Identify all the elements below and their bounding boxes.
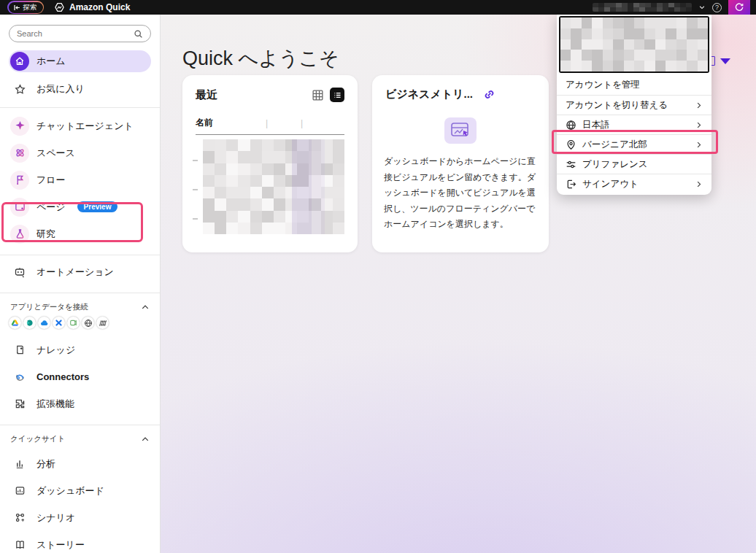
- sidebar-item-space[interactable]: スペース: [9, 139, 151, 166]
- metrics-card-description: ダッシュボードからホームページに直接ビジュアルをピン留めできます。ダッシュボード…: [384, 154, 537, 233]
- sidebar-item-extensions[interactable]: 拡張機能: [9, 390, 151, 417]
- sidebar-item-research[interactable]: 研究: [9, 220, 151, 247]
- scenario-icon: [10, 512, 29, 523]
- section-connect-apps[interactable]: アプリとデータを接続: [10, 302, 150, 312]
- preview-badge: Preview: [77, 201, 118, 212]
- menu-item-preferences[interactable]: プリファレンス: [557, 154, 711, 174]
- sidebar-item-label: スペース: [36, 147, 75, 160]
- column-separator: |: [301, 118, 303, 128]
- blue-x-icon[interactable]: [53, 317, 65, 329]
- sidebar-item-label: オートメーション: [36, 266, 114, 279]
- page-title: Quick へようこそ: [182, 45, 339, 71]
- sidebar-item-story[interactable]: ストーリー: [9, 531, 151, 553]
- menu-item-label: アカウントを切り替える: [566, 99, 689, 112]
- sidebar-item-label: ダッシュボード: [36, 484, 104, 498]
- brand[interactable]: Amazon Quick: [54, 2, 130, 13]
- recent-table-redacted[interactable]: [203, 139, 344, 234]
- help-icon[interactable]: ?: [712, 3, 722, 12]
- connected-apps-row: [9, 317, 160, 329]
- sidebar-item-flow[interactable]: フロー: [9, 166, 151, 193]
- top-bar: 探索 Amazon Quick ?: [0, 0, 756, 15]
- app-window: 探索 Amazon Quick ?: [0, 0, 756, 553]
- column-name[interactable]: 名前: [196, 117, 266, 129]
- chevron-up-icon[interactable]: [141, 435, 150, 444]
- search-icon: [134, 29, 143, 39]
- row-tick: [193, 218, 198, 220]
- sidebar-item-label: 研究: [36, 228, 55, 241]
- google-drive-icon[interactable]: [9, 317, 21, 329]
- column-separator: |: [266, 118, 301, 128]
- search-box[interactable]: [9, 25, 151, 42]
- region-selector-marker: [710, 56, 730, 66]
- explore-button[interactable]: 探索: [7, 1, 44, 14]
- business-metrics-card: ビジネスメトリ... ダッシュボードからホームページに直接ビジュアルをピン留めで…: [372, 75, 549, 252]
- green-app-icon[interactable]: [67, 317, 80, 329]
- web-globe-icon[interactable]: [82, 317, 94, 329]
- connectors-icon: [10, 371, 29, 382]
- section-header-label: クイックサイト: [10, 434, 65, 444]
- metrics-card-title: ビジネスメトリ...: [385, 88, 473, 101]
- menu-item-sign-out[interactable]: サインアウト: [557, 174, 711, 193]
- flow-icon: [10, 171, 29, 190]
- chevron-right-icon: [695, 141, 703, 149]
- menu-item-language[interactable]: 日本語: [557, 115, 711, 134]
- section-header-label: アプリとデータを接続: [10, 302, 88, 312]
- amazon-quick-logo: [54, 2, 65, 13]
- sidebar-item-analysis[interactable]: 分析: [9, 450, 151, 477]
- story-icon: [10, 539, 29, 550]
- sidebar-item-connectors[interactable]: Connectors: [9, 363, 151, 390]
- divider: [0, 293, 160, 293]
- menu-item-switch-account[interactable]: アカウントを切り替える: [557, 95, 711, 115]
- chevron-right-icon: [695, 121, 703, 129]
- account-name-redacted[interactable]: [593, 3, 692, 12]
- amazon-q-icon[interactable]: [728, 0, 750, 15]
- redacted-tint-column: [312, 139, 324, 234]
- sidebar-item-label: 分析: [36, 457, 55, 471]
- sidebar: ホーム お気に入り チャットエージェント スペース フロー: [0, 15, 161, 553]
- sidebar-item-scenario[interactable]: シナリオ: [9, 504, 151, 531]
- menu-item-region[interactable]: バージニア北部: [557, 134, 711, 154]
- extensions-icon: [10, 398, 29, 409]
- chevron-up-icon[interactable]: [141, 303, 150, 312]
- menu-item-label: アカウントを管理: [566, 79, 703, 91]
- row-tick: [193, 160, 198, 161]
- list-view-icon[interactable]: [330, 88, 344, 102]
- section-quicksight[interactable]: クイックサイト: [10, 434, 150, 444]
- home-icon: [10, 52, 29, 71]
- star-icon: [10, 84, 29, 95]
- page-icon: [10, 198, 29, 217]
- dashboard-icon: [10, 485, 29, 496]
- menu-item-label: プリファレンス: [582, 158, 703, 171]
- hatched-app-icon[interactable]: [96, 317, 109, 329]
- account-menu: アカウントを管理 アカウントを切り替える 日本語 バージニア北部: [557, 14, 711, 195]
- grid-view-icon[interactable]: [312, 89, 324, 101]
- recent-card-title: 最近: [196, 88, 312, 102]
- menu-item-label: バージニア北部: [582, 139, 689, 151]
- sidebar-item-label: ストーリー: [36, 538, 85, 552]
- space-icon: [10, 144, 29, 163]
- account-info-redacted: [559, 16, 709, 73]
- sidebar-item-favorites[interactable]: お気に入り: [9, 78, 151, 100]
- collapse-left-icon: [13, 4, 21, 12]
- sidebar-item-home[interactable]: ホーム: [9, 50, 151, 72]
- search-input[interactable]: [17, 29, 134, 38]
- sidebar-item-dashboard[interactable]: ダッシュボード: [9, 477, 151, 504]
- table-header-rule: [196, 134, 344, 135]
- sidebar-item-pages[interactable]: ページ Preview: [9, 193, 151, 220]
- chevron-down-icon[interactable]: [698, 4, 706, 11]
- sidebar-item-chat-agent[interactable]: チャットエージェント: [9, 112, 151, 139]
- globe-icon: [566, 120, 576, 131]
- explore-label: 探索: [23, 3, 37, 12]
- sidebar-item-knowledge[interactable]: ナレッジ: [9, 336, 151, 363]
- menu-item-manage-account[interactable]: アカウントを管理: [557, 75, 711, 95]
- blue-cloud-icon[interactable]: [38, 317, 50, 329]
- sidebar-item-label: 拡張機能: [36, 398, 74, 411]
- sidebar-item-label: Connectors: [36, 371, 89, 382]
- sidebar-item-automation[interactable]: オートメーション: [9, 258, 151, 285]
- location-pin-icon: [566, 139, 576, 150]
- automation-icon: [10, 266, 29, 278]
- teal-app-icon[interactable]: [23, 317, 36, 329]
- link-icon[interactable]: [483, 88, 495, 101]
- sidebar-item-label: フロー: [36, 174, 66, 187]
- recent-card: 最近 名前 | |: [182, 75, 358, 252]
